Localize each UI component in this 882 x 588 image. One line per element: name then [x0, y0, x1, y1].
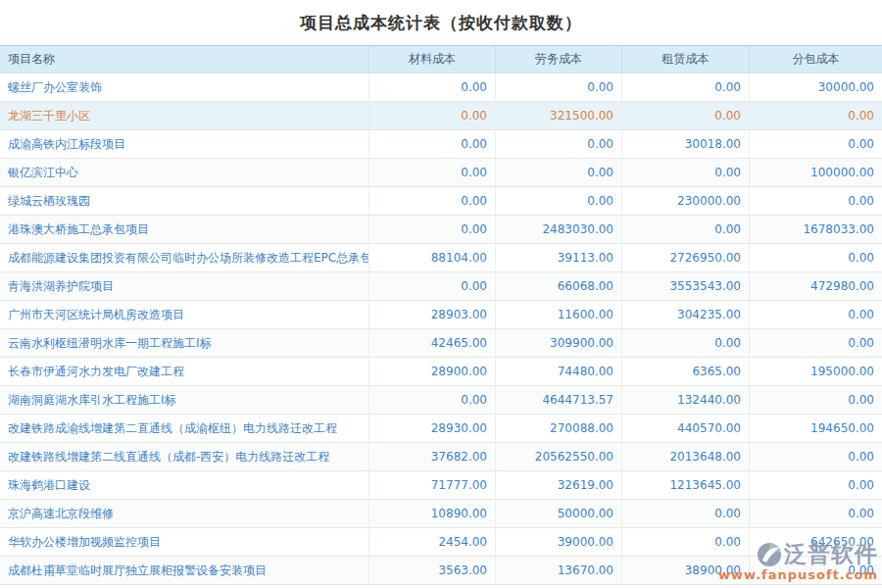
project-name-link[interactable]: 螺丝厂办公室装饰 — [0, 74, 369, 101]
page-title: 项目总成本统计表（按收付款取数） — [300, 12, 582, 34]
material-cost-value: 0.00 — [369, 102, 496, 129]
rental-cost-value: 30018.00 — [622, 130, 750, 158]
subcontract-cost-value: 0.00 — [750, 130, 882, 158]
rental-cost-value: 38900.00 — [622, 557, 750, 584]
table-row[interactable]: 港珠澳大桥施工总承包项目0.002483030.000.001678033.00 — [0, 216, 882, 244]
material-cost-value: 0.00 — [369, 386, 496, 414]
table-row[interactable]: 改建铁路线增建第二线直通线（成都-西安）电力线路迁改工程37682.002056… — [0, 443, 882, 471]
labor-cost-value: 39113.00 — [496, 244, 622, 271]
rental-cost-value: 0.00 — [622, 102, 750, 129]
table-row[interactable]: 绿城云栖玫瑰园0.000.00230000.000.00 — [0, 187, 882, 216]
report-page: 项目总成本统计表（按收付款取数） 项目名称 材料成本 劳务成本 租赁成本 分包成… — [0, 0, 882, 588]
labor-cost-value: 13670.00 — [496, 557, 622, 584]
table-row[interactable]: 长春市伊通河水力发电厂改建工程28900.0074480.006365.0019… — [0, 358, 882, 386]
material-cost-value: 10890.00 — [369, 500, 496, 527]
project-name-link[interactable]: 成渝高铁内江标段项目 — [0, 130, 369, 158]
rental-cost-value: 2726950.00 — [622, 244, 750, 271]
material-cost-value: 0.00 — [369, 74, 496, 101]
subcontract-cost-value: 30000.00 — [750, 74, 882, 101]
subcontract-cost-value: 0.00 — [750, 244, 882, 271]
table-row[interactable]: 成都杜甫草堂临时展厅独立展柜报警设备安装项目3563.0013670.00389… — [0, 557, 882, 585]
rental-cost-value: 0.00 — [622, 500, 750, 527]
labor-cost-value: 2483030.00 — [496, 216, 622, 243]
table-row[interactable]: 华软办公楼增加视频监控项目2454.0039000.000.00642650.0… — [0, 528, 882, 557]
subcontract-cost-value: 0.00 — [750, 557, 882, 584]
labor-cost-value: 309900.00 — [496, 329, 622, 357]
project-name-link[interactable]: 改建铁路成渝线增建第二直通线（成渝枢纽）电力线路迁改工程 — [0, 415, 369, 442]
material-cost-value: 28900.00 — [369, 358, 496, 385]
project-name-link[interactable]: 银亿滨江中心 — [0, 159, 369, 186]
labor-cost-value: 74480.00 — [496, 358, 622, 385]
subcontract-cost-value: 0.00 — [750, 187, 882, 215]
project-name-link[interactable]: 云南水利枢纽潜明水库一期工程施工I标 — [0, 329, 369, 357]
subcontract-cost-value: 1678033.00 — [750, 216, 882, 243]
subcontract-cost-value: 0.00 — [750, 329, 882, 357]
table-row[interactable]: 京沪高速北京段维修10890.0050000.000.000.00 — [0, 500, 882, 528]
column-header-material-cost[interactable]: 材料成本 — [369, 46, 496, 73]
table-row[interactable]: 螺丝厂办公室装饰0.000.000.0030000.00 — [0, 74, 882, 102]
rental-cost-value: 0.00 — [622, 159, 750, 186]
project-name-link[interactable]: 长春市伊通河水力发电厂改建工程 — [0, 358, 369, 385]
subcontract-cost-value: 0.00 — [750, 443, 882, 470]
column-header-project-name[interactable]: 项目名称 — [0, 46, 369, 73]
material-cost-value: 28903.00 — [369, 301, 496, 328]
project-name-link[interactable]: 京沪高速北京段维修 — [0, 500, 369, 527]
project-name-link[interactable]: 成都能源建设集团投资有限公司临时办公场所装修改造工程EPC总承包 — [0, 244, 369, 271]
column-header-subcontract-cost[interactable]: 分包成本 — [750, 46, 882, 73]
project-name-link[interactable]: 青海洪湖养护院项目 — [0, 272, 369, 300]
labor-cost-value: 321500.00 — [496, 102, 622, 129]
labor-cost-value: 20562550.00 — [496, 443, 622, 470]
labor-cost-value: 66068.00 — [496, 272, 622, 300]
material-cost-value: 2454.00 — [369, 528, 496, 556]
table-row[interactable]: 云南水利枢纽潜明水库一期工程施工I标42465.00309900.000.000… — [0, 329, 882, 358]
rental-cost-value: 0.00 — [622, 528, 750, 556]
subcontract-cost-value: 0.00 — [750, 471, 882, 499]
table-row[interactable]: 成渝高铁内江标段项目0.000.0030018.000.00 — [0, 130, 882, 159]
labor-cost-value: 11600.00 — [496, 301, 622, 328]
project-name-link[interactable]: 港珠澳大桥施工总承包项目 — [0, 216, 369, 243]
labor-cost-value: 0.00 — [496, 159, 622, 186]
table-row[interactable]: 成都能源建设集团投资有限公司临时办公场所装修改造工程EPC总承包88104.00… — [0, 244, 882, 272]
project-name-link[interactable]: 华软办公楼增加视频监控项目 — [0, 528, 369, 556]
subcontract-cost-value: 0.00 — [750, 500, 882, 527]
table-body: 螺丝厂办公室装饰0.000.000.0030000.00龙湖三千里小区0.003… — [0, 74, 882, 588]
labor-cost-value: 4644713.57 — [496, 386, 622, 414]
rental-cost-value: 0.00 — [622, 329, 750, 357]
table-row[interactable]: 龙湖三千里小区0.00321500.000.000.00 — [0, 102, 882, 130]
column-header-rental-cost[interactable]: 租赁成本 — [622, 46, 750, 73]
project-name-link[interactable]: 成都杜甫草堂临时展厅独立展柜报警设备安装项目 — [0, 557, 369, 584]
material-cost-value: 28930.00 — [369, 415, 496, 442]
project-name-link[interactable]: 珠海鹤港口建设 — [0, 471, 369, 499]
project-name-link[interactable]: 绿城云栖玫瑰园 — [0, 187, 369, 215]
subcontract-cost-value: 642650.00 — [750, 528, 882, 556]
project-name-link[interactable]: 广州市天河区统计局机房改造项目 — [0, 301, 369, 328]
subcontract-cost-value: 0.00 — [750, 102, 882, 129]
table-row[interactable]: 改建铁路成渝线增建第二直通线（成渝枢纽）电力线路迁改工程28930.002700… — [0, 415, 882, 443]
material-cost-value: 3563.00 — [369, 557, 496, 584]
table-row[interactable]: 银亿滨江中心0.000.000.00100000.00 — [0, 159, 882, 187]
rental-cost-value: 1213645.00 — [622, 471, 750, 499]
column-header-labor-cost[interactable]: 劳务成本 — [496, 46, 622, 73]
subcontract-cost-value: 0.00 — [750, 301, 882, 328]
project-name-link[interactable]: 龙湖三千里小区 — [0, 102, 369, 129]
project-name-link[interactable]: 改建铁路线增建第二线直通线（成都-西安）电力线路迁改工程 — [0, 443, 369, 470]
table-row[interactable]: 湖南洞庭湖水库引水工程施工I标0.004644713.57132440.000.… — [0, 386, 882, 415]
material-cost-value: 42465.00 — [369, 329, 496, 357]
rental-cost-value: 304235.00 — [622, 301, 750, 328]
labor-cost-value: 270088.00 — [496, 415, 622, 442]
subcontract-cost-value: 472980.00 — [750, 272, 882, 300]
labor-cost-value: 32619.00 — [496, 471, 622, 499]
cost-statistics-table: 项目名称 材料成本 劳务成本 租赁成本 分包成本 螺丝厂办公室装饰0.000.0… — [0, 45, 882, 588]
material-cost-value: 88104.00 — [369, 244, 496, 271]
rental-cost-value: 132440.00 — [622, 386, 750, 414]
table-row[interactable]: 珠海鹤港口建设71777.0032619.001213645.000.00 — [0, 471, 882, 500]
table-row[interactable]: 青海洪湖养护院项目0.0066068.003553543.00472980.00 — [0, 272, 882, 301]
rental-cost-value: 3553543.00 — [622, 272, 750, 300]
table-header-row: 项目名称 材料成本 劳务成本 租赁成本 分包成本 — [0, 45, 882, 74]
project-name-link[interactable]: 湖南洞庭湖水库引水工程施工I标 — [0, 386, 369, 414]
labor-cost-value: 50000.00 — [496, 500, 622, 527]
table-row[interactable]: 广州市天河区统计局机房改造项目28903.0011600.00304235.00… — [0, 301, 882, 329]
material-cost-value: 0.00 — [369, 130, 496, 158]
material-cost-value: 71777.00 — [369, 471, 496, 499]
rental-cost-value: 0.00 — [622, 216, 750, 243]
